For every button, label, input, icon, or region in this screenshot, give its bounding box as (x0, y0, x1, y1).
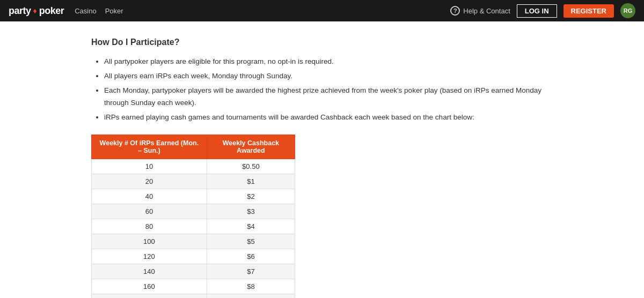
help-label: Help & Contact (463, 7, 510, 15)
cashback-cell: $7 (207, 264, 295, 279)
irps-cell: 180 (92, 294, 207, 298)
table-body: 10$0.5020$140$260$380$4100$5120$6140$716… (92, 159, 295, 298)
main-content: How Do I Participate? All partypoker pla… (80, 21, 564, 298)
table-row: 120$6 (92, 249, 295, 264)
brand-diamond-icon: ♦ (33, 6, 37, 15)
table-row: 20$1 (92, 174, 295, 189)
table-row: 40$2 (92, 189, 295, 204)
navbar: party ♦ poker Casino Poker ? Help & Cont… (0, 0, 644, 21)
register-button[interactable]: REGISTER (564, 4, 614, 18)
col-irps-header: Weekly # Of iRPs Earned (Mon. – Sun.) (92, 135, 207, 159)
irps-cell: 140 (92, 264, 207, 279)
cashback-cell: $6 (207, 249, 295, 264)
bullet-1: All partypoker players are eligible for … (104, 56, 553, 68)
table-row: 160$8 (92, 279, 295, 294)
irps-cell: 80 (92, 219, 207, 234)
user-avatar[interactable]: RG (620, 3, 635, 18)
table-row: 180$9 (92, 294, 295, 298)
table-row: 100$5 (92, 234, 295, 249)
irps-cell: 20 (92, 174, 207, 189)
page-title: How Do I Participate? (91, 38, 553, 47)
bullet-4: iRPs earned playing cash games and tourn… (104, 111, 553, 124)
irps-cell: 10 (92, 159, 207, 174)
nav-links: Casino Poker (75, 7, 123, 15)
nav-casino[interactable]: Casino (75, 7, 96, 15)
nav-right: ? Help & Contact LOG IN REGISTER RG (450, 3, 635, 18)
cashback-cell: $5 (207, 234, 295, 249)
nav-poker[interactable]: Poker (105, 7, 123, 15)
col-cashback-header: Weekly Cashback Awarded (207, 135, 295, 159)
cashback-cell: $3 (207, 204, 295, 219)
participation-bullets: All partypoker players are eligible for … (91, 56, 553, 124)
help-contact-button[interactable]: ? Help & Contact (450, 6, 510, 16)
cashback-cell: $9 (207, 294, 295, 298)
table-header-row: Weekly # Of iRPs Earned (Mon. – Sun.) We… (92, 135, 295, 159)
brand-name: party (9, 5, 31, 17)
irps-cell: 120 (92, 249, 207, 264)
cashback-cell: $0.50 (207, 159, 295, 174)
brand-logo[interactable]: party ♦ poker (9, 5, 64, 17)
irps-cell: 60 (92, 204, 207, 219)
irps-cell: 160 (92, 279, 207, 294)
irps-cell: 40 (92, 189, 207, 204)
brand-name-2: poker (39, 5, 64, 17)
cashback-table: Weekly # Of iRPs Earned (Mon. – Sun.) We… (91, 135, 295, 298)
cashback-cell: $8 (207, 279, 295, 294)
table-row: 10$0.50 (92, 159, 295, 174)
table-row: 140$7 (92, 264, 295, 279)
bullet-3: Each Monday, partypoker players will be … (104, 85, 553, 109)
login-button[interactable]: LOG IN (517, 4, 557, 18)
cashback-cell: $2 (207, 189, 295, 204)
irps-cell: 100 (92, 234, 207, 249)
cashback-cell: $4 (207, 219, 295, 234)
table-row: 60$3 (92, 204, 295, 219)
table-row: 80$4 (92, 219, 295, 234)
cashback-cell: $1 (207, 174, 295, 189)
help-icon: ? (450, 6, 460, 16)
bullet-2: All players earn iRPs each week, Monday … (104, 70, 553, 83)
